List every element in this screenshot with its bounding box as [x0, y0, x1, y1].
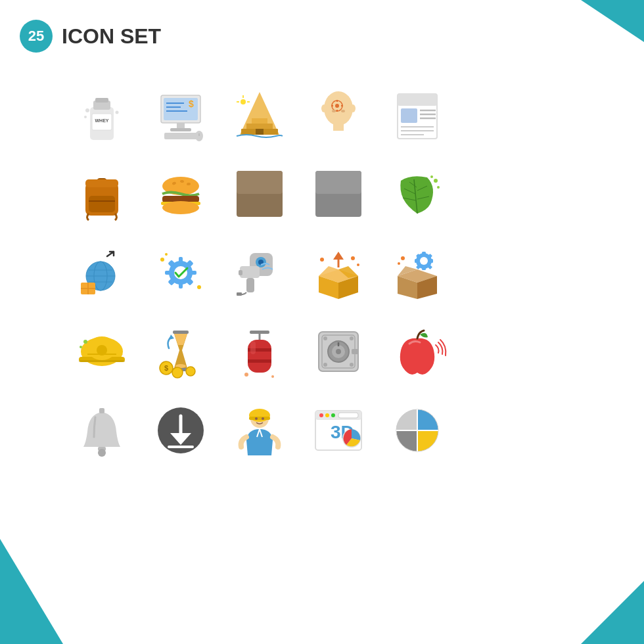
corner-decoration-bottom-left [0, 539, 105, 644]
svg-rect-149 [250, 341, 256, 354]
icon-cell-brown-square [223, 158, 296, 230]
svg-rect-120 [415, 259, 419, 263]
icon-cell-gray-square [302, 158, 375, 230]
icon-cell-news-article [381, 79, 453, 151]
svg-rect-62 [237, 171, 283, 194]
svg-point-176 [262, 417, 264, 420]
icon-cell-bell [66, 394, 138, 467]
svg-point-161 [323, 363, 327, 367]
svg-point-180 [325, 413, 329, 417]
svg-point-110 [351, 256, 355, 260]
svg-rect-53 [85, 179, 118, 187]
icon-cell-backpack [66, 158, 138, 230]
icon-cell-burger [145, 158, 217, 230]
icon-cell-settings-box [381, 237, 453, 309]
svg-point-117 [420, 257, 428, 265]
svg-point-160 [350, 336, 354, 340]
svg-point-93 [165, 253, 168, 256]
svg-rect-16 [164, 133, 197, 139]
svg-point-142 [186, 367, 195, 376]
svg-point-150 [244, 373, 248, 377]
icon-cell-unbox [302, 237, 375, 309]
icon-cell-hair-dryer [223, 237, 296, 309]
icon-cell-gear-check [145, 237, 217, 309]
icon-cell-safe [302, 315, 375, 388]
page-title: ICON SET [62, 24, 161, 49]
svg-marker-108 [333, 252, 344, 260]
svg-point-151 [271, 375, 274, 378]
icon-cell-hourglass-money: $ [145, 315, 217, 388]
svg-point-94 [197, 285, 201, 289]
icon-cell-mind-head [302, 79, 375, 151]
icon-cell-global-shipping [66, 237, 138, 309]
svg-text:$: $ [189, 99, 194, 109]
svg-point-179 [319, 413, 323, 417]
svg-rect-148 [248, 359, 271, 363]
svg-rect-20 [252, 118, 267, 124]
svg-point-132 [97, 345, 107, 356]
svg-point-164 [98, 449, 106, 457]
badge-number: 25 [20, 20, 53, 53]
svg-point-156 [336, 349, 341, 354]
svg-rect-29 [333, 123, 344, 131]
svg-point-5 [85, 108, 89, 112]
svg-rect-23 [256, 129, 264, 135]
svg-rect-121 [428, 259, 433, 263]
svg-rect-64 [315, 171, 361, 194]
svg-point-37 [341, 110, 345, 112]
svg-point-175 [255, 417, 258, 420]
corner-decoration-top-right [539, 0, 644, 105]
svg-point-7 [116, 110, 119, 114]
svg-rect-119 [422, 265, 426, 270]
svg-text:WHEY: WHEY [95, 118, 109, 123]
header: 25 ICON SET [20, 20, 161, 53]
svg-point-39 [350, 104, 356, 112]
svg-point-181 [331, 413, 335, 417]
icon-cell-apple [381, 315, 453, 388]
svg-rect-99 [239, 270, 242, 275]
icon-cell-pie-chart [381, 394, 453, 467]
svg-point-36 [332, 110, 336, 112]
svg-point-127 [398, 262, 400, 265]
svg-rect-101 [237, 292, 242, 296]
svg-point-73 [430, 175, 433, 178]
svg-rect-87 [190, 271, 196, 275]
svg-rect-42 [401, 108, 417, 123]
svg-rect-172 [249, 417, 270, 420]
svg-point-6 [84, 116, 87, 118]
svg-rect-98 [240, 266, 260, 278]
icon-cell-download [145, 394, 217, 467]
svg-point-134 [83, 340, 87, 344]
svg-point-111 [357, 264, 359, 266]
icon-cell-leaf [381, 158, 453, 230]
svg-point-126 [401, 256, 405, 260]
svg-point-162 [350, 363, 354, 367]
svg-point-28 [324, 91, 353, 126]
svg-point-141 [172, 367, 183, 378]
svg-rect-165 [99, 408, 104, 413]
svg-rect-86 [165, 271, 172, 275]
svg-rect-2 [95, 98, 108, 103]
icon-cell-punching-bag [223, 315, 296, 388]
svg-point-31 [335, 104, 339, 108]
svg-rect-182 [338, 413, 358, 418]
svg-rect-51 [89, 196, 115, 212]
svg-marker-143 [169, 334, 174, 340]
icon-cell-whey: WHEY [66, 79, 138, 151]
svg-rect-100 [246, 278, 254, 292]
icon-cell-pyramid [223, 79, 296, 151]
svg-point-71 [434, 179, 438, 183]
svg-rect-136 [173, 331, 189, 334]
svg-rect-41 [398, 94, 437, 106]
svg-rect-84 [179, 257, 183, 264]
svg-point-24 [241, 99, 246, 104]
svg-point-135 [80, 346, 82, 348]
svg-text:$: $ [164, 364, 168, 372]
svg-rect-15 [170, 128, 191, 131]
icon-cell-hard-hat [66, 315, 138, 388]
icon-cell-engineer [223, 394, 296, 467]
icon-cell-computer-finance: $ [145, 79, 217, 151]
svg-rect-133 [79, 360, 125, 362]
svg-point-38 [321, 104, 327, 112]
svg-point-109 [320, 258, 324, 262]
